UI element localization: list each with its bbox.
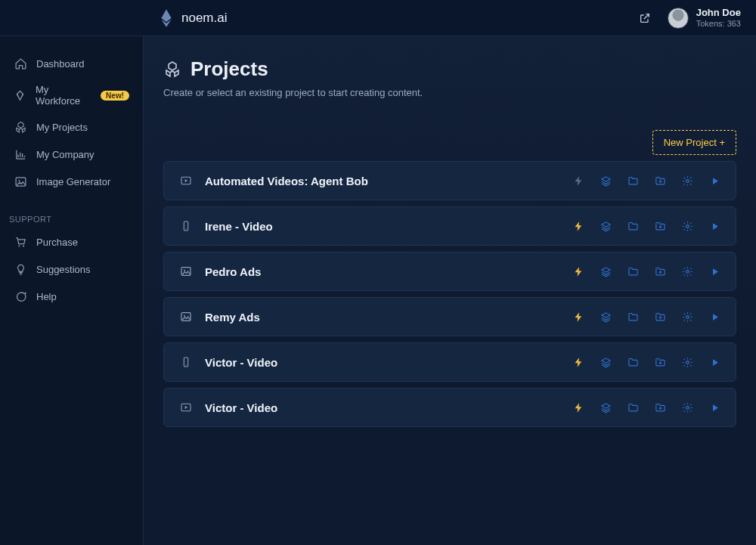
folder-icon[interactable] [627,265,639,277]
project-row[interactable]: Victor - Video [163,342,736,382]
nav-label: Suggestions [36,264,91,275]
new-badge: New! [101,91,129,101]
gear-icon[interactable] [681,220,693,232]
support-item-help[interactable]: Help [0,283,143,310]
sidebar-item-my-workforce[interactable]: My WorkforceNew! [0,77,143,113]
play-icon[interactable] [708,175,720,187]
brand-name: noem.ai [181,11,227,26]
main-content: Projects Create or select an existing pr… [144,36,756,545]
video-icon [179,401,193,414]
chart-icon [14,147,27,161]
folder-icon[interactable] [627,311,639,323]
project-row[interactable]: Automated Videos: Agent Bob [163,161,736,200]
support-item-purchase[interactable]: Purchase [0,228,143,255]
layers-icon[interactable] [600,311,612,323]
layers-icon[interactable] [600,175,612,187]
cubes-icon [14,120,27,134]
sidebar-item-my-projects[interactable]: My Projects [0,113,143,141]
bulb-icon [14,262,27,276]
lightning-icon[interactable] [572,265,584,277]
project-name: Automated Videos: Agent Bob [205,175,368,187]
sidebar-item-dashboard[interactable]: Dashboard [0,50,143,77]
page-title: Projects [191,57,268,81]
project-name: Pedro Ads [205,265,261,278]
nav-support: PurchaseSuggestionsHelp [0,228,143,310]
nav-label: My Company [36,149,94,160]
folder-icon[interactable] [627,220,639,232]
nav-label: Purchase [36,237,78,248]
gear-icon[interactable] [681,356,693,368]
nav-label: Image Generator [36,176,110,187]
sidebar: DashboardMy WorkforceNew!My ProjectsMy C… [0,36,144,545]
project-name: Victor - Video [205,401,277,414]
project-name: Irene - Video [205,220,273,233]
folder-icon[interactable] [627,356,639,368]
new-project-button[interactable]: New Project + [652,130,736,155]
gear-icon[interactable] [681,265,693,277]
chat-icon [14,290,27,303]
project-list: Automated Videos: Agent BobIrene - Video… [163,161,736,427]
layers-icon[interactable] [600,265,612,277]
play-icon[interactable] [708,401,720,413]
play-icon[interactable] [708,311,720,323]
project-row[interactable]: Pedro Ads [163,252,736,291]
avatar [668,8,689,29]
lightning-icon[interactable] [572,311,584,323]
project-row[interactable]: Victor - Video [163,388,736,427]
folder-add-icon[interactable] [654,175,666,187]
image-icon [179,310,193,324]
projects-icon [163,60,181,79]
lightning-icon[interactable] [572,220,584,232]
lightning-icon[interactable] [572,175,584,187]
nav-label: My Projects [36,122,88,133]
project-row[interactable]: Remy Ads [163,297,736,336]
gear-icon[interactable] [681,311,693,323]
project-actions [572,175,720,187]
lightning-icon[interactable] [572,401,584,413]
play-icon[interactable] [708,220,720,232]
folder-add-icon[interactable] [654,311,666,323]
gear-icon[interactable] [681,401,693,413]
image-icon [179,265,193,278]
project-actions [572,220,720,232]
project-actions [572,265,720,277]
support-item-suggestions[interactable]: Suggestions [0,255,143,283]
user-name: John Doe [696,8,741,18]
sidebar-item-image-generator[interactable]: Image Generator [0,168,143,195]
nav-main: DashboardMy WorkforceNew!My ProjectsMy C… [0,50,143,195]
video-icon [179,174,193,187]
layers-icon[interactable] [600,356,612,368]
gear-icon[interactable] [681,175,693,187]
project-actions [572,311,720,323]
phone-icon [179,219,193,233]
diamond-icon [14,88,26,102]
app-header: noem.ai John Doe Tokens: 363 [0,0,756,36]
nav-label: Dashboard [36,58,85,70]
external-link-icon[interactable] [639,12,651,24]
folder-icon[interactable] [627,401,639,413]
sidebar-item-my-company[interactable]: My Company [0,141,143,168]
user-menu[interactable]: John Doe Tokens: 363 [668,8,741,29]
folder-add-icon[interactable] [654,356,666,368]
nav-label: My Workforce [36,84,91,107]
cart-icon [14,235,27,249]
project-actions [572,401,720,413]
folder-add-icon[interactable] [654,265,666,277]
support-heading: SUPPORT [0,215,143,228]
brand-logo-icon [159,9,174,27]
user-tokens: Tokens: 363 [696,19,741,28]
home-icon [14,57,27,70]
lightning-icon[interactable] [572,356,584,368]
layers-icon[interactable] [600,220,612,232]
brand[interactable]: noem.ai [159,9,227,27]
folder-add-icon[interactable] [654,401,666,413]
play-icon[interactable] [708,356,720,368]
project-name: Victor - Video [205,356,277,369]
folder-add-icon[interactable] [654,220,666,232]
layers-icon[interactable] [600,401,612,413]
image-icon [14,175,27,188]
folder-icon[interactable] [627,175,639,187]
nav-label: Help [36,291,57,302]
play-icon[interactable] [708,265,720,277]
project-row[interactable]: Irene - Video [163,206,736,246]
